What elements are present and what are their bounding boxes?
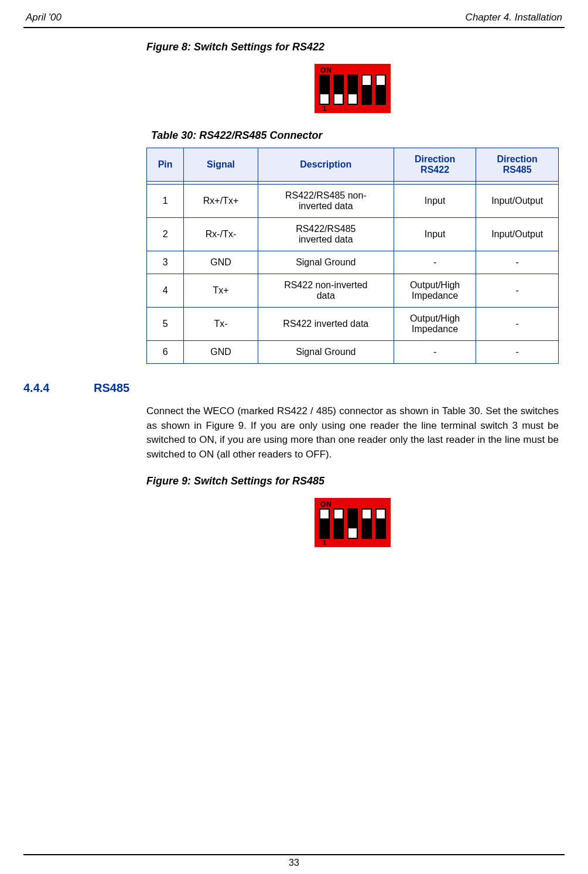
dip-one-label: 1 — [323, 539, 326, 546]
dip-slot-4 — [361, 74, 372, 105]
section-heading: 4.4.4 RS485 — [23, 381, 565, 395]
page-number: 33 — [23, 858, 565, 868]
section-title: RS485 — [94, 381, 129, 395]
dip-slot-5 — [375, 508, 386, 539]
table-row: 2 Rx-/Tx- RS422/RS485inverted data Input… — [147, 218, 559, 251]
table30-caption: Table 30: RS422/RS485 Connector — [151, 129, 559, 142]
dip-slot-4 — [361, 508, 372, 539]
dip-switch-rs485: ON 1 — [314, 498, 391, 547]
dip-switch-rs422: ON 1 — [314, 64, 391, 113]
dip-slot-3 — [347, 74, 358, 105]
dip-slot-2 — [333, 74, 344, 105]
th-signal: Signal — [184, 148, 258, 182]
table-row: 3 GND Signal Ground - - — [147, 251, 559, 274]
dip-slot-1 — [319, 508, 330, 539]
table-row: 5 Tx- RS422 inverted data Output/HighImp… — [147, 308, 559, 341]
dip-on-label: ON — [320, 66, 332, 74]
th-dir485: DirectionRS485 — [476, 148, 559, 182]
table-row: 4 Tx+ RS422 non-inverteddata Output/High… — [147, 274, 559, 308]
table-header-row: Pin Signal Description DirectionRS422 Di… — [147, 148, 559, 182]
th-description: Description — [258, 148, 394, 182]
table30: Pin Signal Description DirectionRS422 Di… — [146, 148, 559, 364]
dip-on-label: ON — [320, 500, 332, 508]
dip-slot-5 — [375, 74, 386, 105]
table-row: 1 Rx+/Tx+ RS422/RS485 non-inverted data … — [147, 185, 559, 218]
th-pin: Pin — [147, 148, 184, 182]
footer-rule — [23, 854, 565, 855]
th-dir422: DirectionRS422 — [394, 148, 476, 182]
table-row: 6 GND Signal Ground - - — [147, 341, 559, 364]
section-number: 4.4.4 — [23, 381, 94, 395]
header-left: April '00 — [26, 12, 61, 23]
body-paragraph: Connect the WECO (marked RS422 / 485) co… — [146, 404, 559, 462]
figure8-caption: Figure 8: Switch Settings for RS422 — [146, 41, 559, 53]
figure9-caption: Figure 9: Switch Settings for RS485 — [146, 475, 559, 487]
dip-slot-1 — [319, 74, 330, 105]
header-right: Chapter 4. Installation — [466, 12, 562, 23]
dip-one-label: 1 — [323, 105, 326, 112]
dip-slot-3 — [347, 508, 358, 539]
page-header: April '00 Chapter 4. Installation — [23, 12, 565, 25]
dip-slot-2 — [333, 508, 344, 539]
